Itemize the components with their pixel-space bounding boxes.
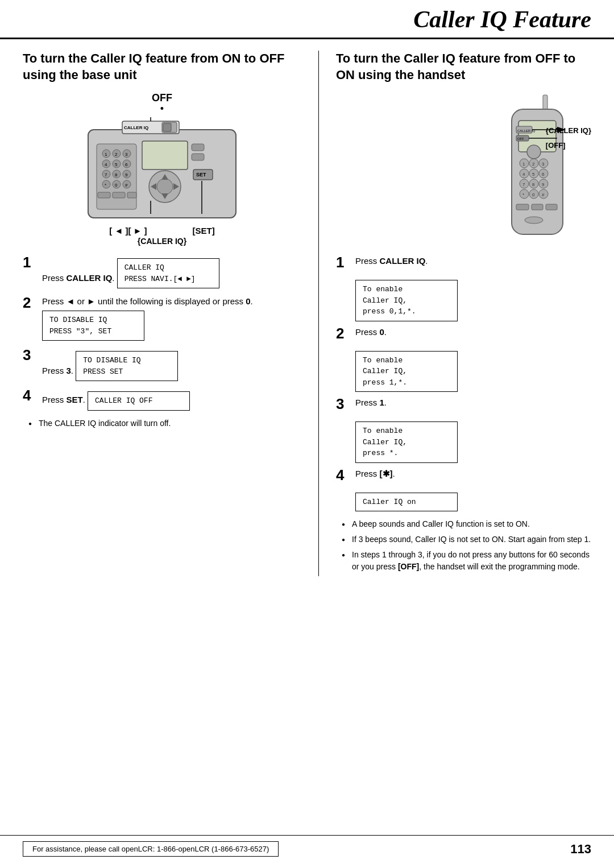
left-section-title: To turn the Caller IQ feature from ON to… — [23, 51, 301, 83]
diagram-labels: [ ◄ ][ ► ] [SET] — [109, 226, 215, 235]
svg-text:2: 2 — [115, 152, 118, 157]
page-title: Caller IQ Feature — [413, 6, 591, 32]
svg-text:3: 3 — [542, 162, 545, 167]
handset-annotations: {CALLER IQ} [OFF] — [546, 123, 591, 153]
right-step-2-content: Press 0. — [355, 326, 387, 338]
right-lcd-pre-step2-box: To enableCaller IQ,press 0,1,*. — [355, 280, 458, 321]
svg-text:*: * — [105, 183, 106, 188]
svg-text:7: 7 — [105, 172, 107, 177]
step-3-bold: 3 — [67, 366, 71, 375]
off-label: OFF — [152, 92, 172, 104]
svg-text:0: 0 — [115, 183, 118, 188]
step-1-content: Press CALLER IQ. CALLER IQPRESS NAVI.[◄ … — [42, 255, 219, 288]
svg-text:1: 1 — [105, 152, 107, 157]
footer-support-text: For assistance, please call openLCR: 1-8… — [23, 841, 279, 857]
svg-rect-36 — [192, 154, 204, 160]
left-bullet-1: The CALLER IQ indicator will turn off. — [28, 418, 301, 429]
svg-text:8: 8 — [532, 182, 535, 187]
svg-rect-75 — [516, 204, 529, 210]
svg-text:SET: SET — [196, 172, 206, 177]
svg-text:*: * — [522, 192, 524, 197]
svg-text:CALLER IQ: CALLER IQ — [124, 125, 148, 130]
right-step-3-content: Press 1. — [355, 396, 387, 408]
right-lcd-post-step3-box: To enableCaller IQ,press *. — [355, 421, 458, 463]
right-step-4-content: Press [✱]. — [355, 468, 395, 480]
step-1-number: 1 — [23, 255, 39, 270]
page-footer: For assistance, please call openLCR: 1-8… — [0, 835, 614, 857]
handset-diagram-area: 1 2 3 4 5 6 7 8 9 * — [336, 92, 591, 246]
svg-text:7: 7 — [522, 182, 525, 187]
right-step-3: 3 Press 1. — [336, 396, 591, 411]
svg-rect-4 — [163, 123, 171, 131]
handset-illustration: 1 2 3 4 5 6 7 8 9 * — [478, 92, 591, 246]
svg-text:4: 4 — [522, 172, 525, 177]
right-step-4: 4 Press [✱]. — [336, 468, 591, 482]
base-unit-illustration: CALLER IQ 1 2 3 — [77, 113, 247, 224]
off-annotation: [OFF] — [546, 138, 591, 153]
right-step-1-content: Press CALLER IQ. — [355, 255, 428, 267]
main-content: To turn the Caller IQ feature from ON to… — [0, 39, 614, 576]
step-2-content: Press ◄ or ► until the following is disp… — [42, 295, 301, 341]
right-step-1-number: 1 — [336, 255, 352, 270]
svg-text:5: 5 — [115, 162, 118, 167]
right-lcd-post-step4: Caller IQ on — [355, 489, 591, 512]
right-bullet-3: In steps 1 through 3, if you do not pres… — [342, 549, 591, 573]
right-lcd-pre-step2: To enableCaller IQ,press 0,1,*. — [355, 276, 591, 321]
svg-point-78 — [525, 217, 543, 224]
navi-bracket-label: [ ◄ ][ ► ] — [109, 226, 147, 235]
step-3-lcd: TO DISABLE IQPRESS SET — [76, 351, 178, 381]
step-2-right-bracket: ► — [87, 296, 96, 306]
svg-text:2: 2 — [532, 162, 535, 167]
right-step-4-bold: [✱] — [380, 469, 393, 478]
svg-text:5: 5 — [532, 172, 535, 177]
left-bullets: The CALLER IQ indicator will turn off. — [28, 418, 301, 429]
left-step-4: 4 Press SET. CALLER IQ OFF — [23, 388, 301, 411]
step-2-lcd: TO DISABLE IQPRESS "3", SET — [42, 311, 144, 341]
right-column: To turn the Caller IQ feature from OFF t… — [336, 51, 591, 576]
svg-text:3: 3 — [125, 152, 128, 157]
right-step-1-bold: CALLER IQ — [380, 256, 426, 266]
column-divider — [318, 51, 319, 576]
page-number: 113 — [570, 842, 591, 857]
svg-text:6: 6 — [542, 172, 545, 177]
svg-point-38 — [157, 179, 173, 195]
set-bracket-label: [SET] — [193, 226, 215, 235]
svg-text:8: 8 — [115, 172, 118, 177]
step-2-bold: 0 — [246, 296, 250, 306]
left-step-2: 2 Press ◄ or ► until the following is di… — [23, 295, 301, 341]
right-section-title: To turn the Caller IQ feature from OFF t… — [336, 51, 591, 83]
svg-rect-33 — [127, 192, 136, 198]
right-lcd-post-step2-box: To enableCaller IQ,press 1,*. — [355, 351, 458, 392]
step-4-bold: SET — [67, 395, 83, 404]
svg-rect-35 — [192, 144, 204, 151]
step-2-left-bracket: ◄ — [67, 296, 75, 306]
svg-text:4: 4 — [105, 162, 107, 167]
svg-text:#: # — [125, 183, 128, 188]
right-step-3-bold: 1 — [380, 398, 384, 407]
right-step-2-bold: 0 — [380, 327, 384, 337]
step-1-lcd: CALLER IQPRESS NAVI.[◄ ►] — [117, 258, 219, 288]
right-step-3-number: 3 — [336, 396, 352, 411]
right-step-1: 1 Press CALLER IQ. — [336, 255, 591, 270]
svg-rect-32 — [113, 192, 125, 198]
step-2-number: 2 — [23, 295, 39, 310]
svg-rect-31 — [98, 192, 110, 198]
svg-rect-77 — [546, 204, 557, 210]
svg-rect-76 — [532, 204, 543, 210]
left-step-1: 1 Press CALLER IQ. CALLER IQPRESS NAVI.[… — [23, 255, 301, 288]
off-dot: • — [160, 106, 164, 111]
svg-text:#: # — [542, 192, 545, 197]
right-lcd-post-step2: To enableCaller IQ,press 1,*. — [355, 348, 591, 392]
left-column: To turn the Caller IQ feature from ON to… — [23, 51, 301, 576]
right-bullet-1: A beep sounds and Caller IQ function is … — [342, 518, 591, 530]
right-step-4-number: 4 — [336, 468, 352, 482]
page-header: Caller IQ Feature — [0, 0, 614, 39]
right-bullets: A beep sounds and Caller IQ function is … — [342, 518, 591, 573]
step-4-content: Press SET. CALLER IQ OFF — [42, 388, 190, 411]
svg-point-74 — [527, 145, 541, 159]
svg-text:9: 9 — [125, 172, 128, 177]
right-step-2-number: 2 — [336, 326, 352, 341]
step-3-number: 3 — [23, 348, 39, 362]
svg-text:0: 0 — [532, 192, 535, 197]
svg-text:1: 1 — [522, 162, 525, 167]
